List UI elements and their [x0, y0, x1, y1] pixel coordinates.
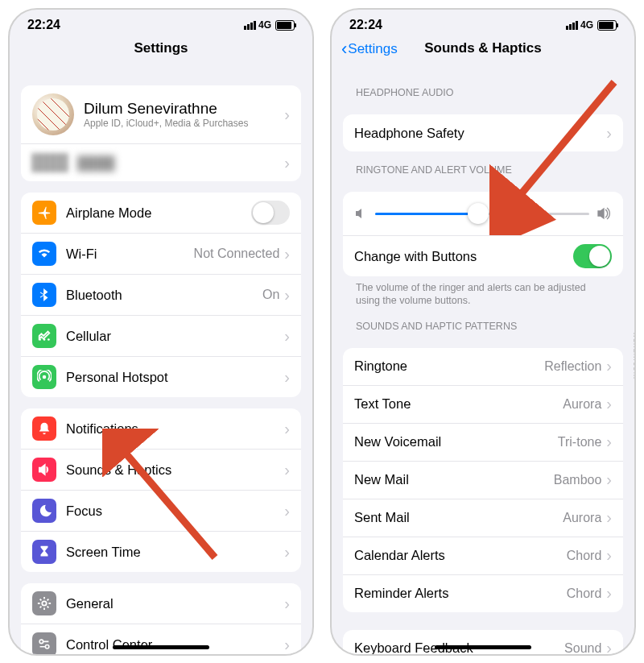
row-label: Sounds & Haptics: [66, 462, 284, 478]
settings-content[interactable]: Dilum Senevirathne Apple ID, iCloud+, Me…: [10, 74, 312, 654]
setting-row-focus[interactable]: Focus›: [21, 490, 301, 531]
blurred-label: ████: [77, 155, 284, 171]
row-value: Bamboo: [554, 473, 602, 487]
row-label: Calendar Alerts: [354, 548, 567, 563]
home-indicator[interactable]: [113, 645, 209, 649]
setting-row-airplane-mode[interactable]: Airplane Mode: [21, 193, 301, 233]
setting-row-cellular[interactable]: Cellular›: [21, 315, 301, 356]
signal-icon: [244, 21, 256, 30]
pattern-row-text-tone[interactable]: Text ToneAurora›: [343, 385, 623, 423]
row-value: Aurora: [563, 511, 601, 525]
home-indicator[interactable]: [435, 645, 531, 649]
chevron-right-icon: ›: [606, 433, 612, 451]
chevron-right-icon: ›: [284, 543, 290, 561]
row-value: On: [262, 288, 279, 302]
group-footer: The volume of the ringer and alerts can …: [332, 276, 634, 308]
chevron-right-icon: ›: [606, 639, 612, 654]
change-buttons-switch[interactable]: [573, 244, 612, 268]
row-value: Aurora: [563, 397, 601, 412]
row-label: Text Tone: [354, 396, 563, 412]
volume-slider-row: [343, 192, 623, 235]
status-time: 22:24: [27, 18, 60, 32]
svg-point-4: [42, 601, 46, 605]
setting-row-sounds-haptics[interactable]: Sounds & Haptics›: [21, 449, 301, 490]
chevron-right-icon: ›: [284, 106, 290, 124]
profile-group: Dilum Senevirathne Apple ID, iCloud+, Me…: [21, 85, 301, 181]
status-bar: 22:24 4G: [10, 10, 312, 35]
pattern-row-reminder-alerts[interactable]: Reminder AlertsChord›: [343, 574, 623, 612]
wifi-icon: [32, 242, 56, 266]
chevron-right-icon: ›: [284, 245, 290, 263]
pattern-row-ringtone[interactable]: RingtoneReflection›: [343, 348, 623, 385]
chevron-right-icon: ›: [606, 124, 612, 143]
row-label: Cellular: [66, 329, 284, 344]
patterns-group: RingtoneReflection›Text ToneAurora›New V…: [343, 348, 623, 612]
speaker-icon: [32, 458, 56, 482]
alerts-group: Notifications›Sounds & Haptics›Focus›Scr…: [21, 408, 301, 572]
chevron-right-icon: ›: [606, 357, 612, 375]
toggle-switch[interactable]: [251, 201, 290, 225]
svg-point-1: [43, 338, 46, 341]
row-value: Reflection: [544, 359, 601, 374]
profile-name: Dilum Senevirathne: [84, 100, 284, 118]
network-label: 4G: [580, 19, 593, 31]
group-header: Sounds and Haptic Patterns: [332, 308, 634, 337]
row-label: Reminder Alerts: [354, 586, 567, 601]
general-group: General›Control Center›AADisplay & Brigh…: [21, 583, 301, 654]
group-header: Headphone Audio: [332, 74, 634, 103]
chevron-right-icon: ›: [284, 461, 290, 479]
change-with-buttons-row[interactable]: Change with Buttons: [343, 235, 623, 276]
chevron-right-icon: ›: [284, 636, 290, 654]
setting-row-screen-time[interactable]: Screen Time›: [21, 531, 301, 572]
row-label: Notifications: [66, 421, 284, 437]
chevron-right-icon: ›: [284, 286, 290, 305]
svg-point-2: [47, 338, 50, 341]
bluetooth-icon: [32, 283, 56, 307]
row-label: Airplane Mode: [66, 205, 251, 221]
cellular-icon: [32, 324, 56, 348]
gear-icon: [32, 591, 56, 615]
pattern-row-sent-mail[interactable]: Sent MailAurora›: [343, 499, 623, 537]
row-value: Chord: [567, 586, 602, 601]
setting-row-control-center[interactable]: Control Center›: [21, 624, 301, 654]
setting-row-notifications[interactable]: Notifications›: [21, 408, 301, 449]
sounds-content[interactable]: Headphone Audio Headphone Safety › Ringt…: [332, 74, 634, 654]
chevron-right-icon: ›: [284, 368, 290, 387]
moon-icon: [32, 499, 56, 523]
page-title: Settings: [10, 40, 312, 56]
airplane-icon: [32, 201, 56, 225]
volume-slider[interactable]: [375, 213, 589, 215]
connectivity-group: Airplane ModeWi-FiNot Connected›Bluetoot…: [21, 193, 301, 397]
headphone-safety-row[interactable]: Headphone Safety ›: [343, 114, 623, 151]
status-bar: 22:24 4G: [332, 10, 634, 35]
pattern-row-new-mail[interactable]: New MailBamboo›: [343, 461, 623, 499]
family-row[interactable]: ████ ›: [21, 143, 301, 181]
chevron-right-icon: ›: [284, 154, 290, 172]
setting-row-wi-fi[interactable]: Wi-FiNot Connected›: [21, 233, 301, 274]
setting-row-general[interactable]: General›: [21, 583, 301, 624]
speaker-low-icon: [354, 207, 367, 220]
row-label: Control Center: [66, 637, 284, 653]
pattern-row-calendar-alerts[interactable]: Calendar AlertsChord›: [343, 537, 623, 574]
avatar: [32, 93, 74, 135]
row-label: New Voicemail: [354, 434, 558, 450]
chevron-right-icon: ›: [284, 595, 290, 613]
row-label: Focus: [66, 503, 284, 519]
signal-icon: [566, 21, 578, 30]
svg-point-0: [39, 338, 41, 341]
pattern-row-new-voicemail[interactable]: New VoicemailTri-tone›: [343, 423, 623, 461]
setting-row-bluetooth[interactable]: BluetoothOn›: [21, 274, 301, 315]
battery-icon: [597, 20, 617, 31]
group-header: Ringtone and Alert Volume: [332, 151, 634, 180]
chevron-right-icon: ›: [606, 584, 612, 603]
nav-bar: ‹Settings Sounds & Haptics: [332, 35, 634, 66]
row-label: Personal Hotspot: [66, 370, 284, 385]
battery-icon: [275, 20, 295, 31]
keyboard-feedback-row[interactable]: Keyboard Feedback Sound ›: [343, 630, 623, 655]
blurred-avatars: [32, 153, 68, 172]
apple-id-row[interactable]: Dilum Senevirathne Apple ID, iCloud+, Me…: [21, 85, 301, 143]
row-label: Sent Mail: [354, 510, 563, 525]
setting-row-personal-hotspot[interactable]: Personal Hotspot›: [21, 356, 301, 397]
switches-icon: [32, 632, 56, 654]
status-time: 22:24: [349, 18, 382, 32]
